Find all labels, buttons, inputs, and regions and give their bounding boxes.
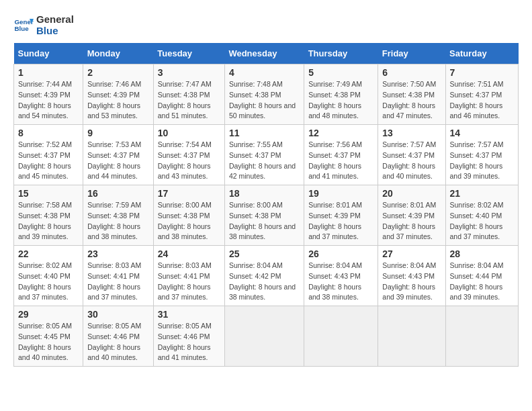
col-header-thursday: Thursday	[304, 43, 378, 64]
day-info: Sunrise: 7:55 AMSunset: 4:37 PMDaylight:…	[229, 140, 300, 182]
calendar-cell: 1Sunrise: 7:44 AMSunset: 4:39 PMDaylight…	[14, 64, 83, 125]
day-number: 23	[87, 248, 149, 259]
calendar-cell: 31Sunrise: 8:05 AMSunset: 4:46 PMDayligh…	[153, 306, 224, 367]
day-info: Sunrise: 8:02 AMSunset: 4:40 PMDaylight:…	[18, 261, 79, 303]
calendar-cell	[445, 306, 519, 367]
logo: General Blue General Blue	[13, 13, 74, 36]
calendar-cell: 6Sunrise: 7:50 AMSunset: 4:38 PMDaylight…	[378, 64, 445, 125]
calendar-cell: 26Sunrise: 8:04 AMSunset: 4:43 PMDayligh…	[304, 246, 378, 306]
day-info: Sunrise: 8:01 AMSunset: 4:39 PMDaylight:…	[308, 200, 373, 242]
day-info: Sunrise: 7:57 AMSunset: 4:37 PMDaylight:…	[382, 140, 441, 182]
day-info: Sunrise: 8:04 AMSunset: 4:44 PMDaylight:…	[450, 261, 515, 303]
col-header-wednesday: Wednesday	[224, 43, 304, 64]
day-number: 4	[229, 67, 300, 78]
calendar-cell: 28Sunrise: 8:04 AMSunset: 4:44 PMDayligh…	[445, 246, 519, 306]
day-number: 29	[18, 309, 79, 320]
logo-line2: Blue	[36, 25, 74, 36]
col-header-monday: Monday	[83, 43, 154, 64]
day-number: 17	[158, 188, 220, 199]
col-header-saturday: Saturday	[445, 43, 519, 64]
calendar-cell	[378, 306, 445, 367]
day-info: Sunrise: 7:58 AMSunset: 4:38 PMDaylight:…	[18, 200, 79, 242]
calendar-cell: 21Sunrise: 8:02 AMSunset: 4:40 PMDayligh…	[445, 185, 519, 246]
calendar-cell	[304, 306, 378, 367]
calendar-cell: 12Sunrise: 7:56 AMSunset: 4:37 PMDayligh…	[304, 125, 378, 185]
day-number: 15	[18, 188, 79, 199]
logo-line1: General	[36, 13, 74, 25]
day-number: 11	[229, 128, 300, 138]
day-number: 26	[308, 248, 373, 259]
day-number: 18	[229, 188, 300, 199]
calendar-cell: 30Sunrise: 8:05 AMSunset: 4:46 PMDayligh…	[83, 306, 154, 367]
day-info: Sunrise: 8:04 AMSunset: 4:43 PMDaylight:…	[382, 261, 441, 303]
day-info: Sunrise: 7:56 AMSunset: 4:37 PMDaylight:…	[308, 140, 373, 182]
day-info: Sunrise: 8:04 AMSunset: 4:42 PMDaylight:…	[229, 261, 300, 303]
day-number: 25	[229, 248, 300, 259]
day-number: 8	[18, 128, 79, 138]
day-info: Sunrise: 7:44 AMSunset: 4:39 PMDaylight:…	[18, 79, 79, 122]
day-number: 10	[158, 128, 220, 138]
col-header-friday: Friday	[378, 43, 445, 64]
day-info: Sunrise: 7:54 AMSunset: 4:37 PMDaylight:…	[158, 140, 220, 182]
week-row-3: 15Sunrise: 7:58 AMSunset: 4:38 PMDayligh…	[14, 185, 519, 246]
day-number: 22	[18, 248, 79, 259]
calendar-cell: 8Sunrise: 7:52 AMSunset: 4:37 PMDaylight…	[14, 125, 83, 185]
calendar-cell: 17Sunrise: 8:00 AMSunset: 4:38 PMDayligh…	[153, 185, 224, 246]
day-number: 27	[382, 248, 441, 259]
week-row-1: 1Sunrise: 7:44 AMSunset: 4:39 PMDaylight…	[14, 64, 519, 125]
calendar-cell: 10Sunrise: 7:54 AMSunset: 4:37 PMDayligh…	[153, 125, 224, 185]
calendar-cell: 4Sunrise: 7:48 AMSunset: 4:38 PMDaylight…	[224, 64, 304, 125]
day-number: 3	[158, 67, 220, 78]
calendar-cell: 22Sunrise: 8:02 AMSunset: 4:40 PMDayligh…	[14, 246, 83, 306]
calendar-cell: 24Sunrise: 8:03 AMSunset: 4:41 PMDayligh…	[153, 246, 224, 306]
calendar-cell: 11Sunrise: 7:55 AMSunset: 4:37 PMDayligh…	[224, 125, 304, 185]
day-number: 21	[450, 188, 515, 199]
day-info: Sunrise: 7:50 AMSunset: 4:38 PMDaylight:…	[382, 79, 441, 122]
day-number: 16	[87, 188, 149, 199]
calendar-cell: 7Sunrise: 7:51 AMSunset: 4:37 PMDaylight…	[445, 64, 519, 125]
day-info: Sunrise: 8:00 AMSunset: 4:38 PMDaylight:…	[158, 200, 220, 242]
day-info: Sunrise: 8:03 AMSunset: 4:41 PMDaylight:…	[158, 261, 220, 303]
calendar-cell: 23Sunrise: 8:03 AMSunset: 4:41 PMDayligh…	[83, 246, 154, 306]
day-number: 7	[450, 67, 515, 78]
logo-icon: General Blue	[13, 15, 34, 35]
day-number: 30	[87, 309, 149, 320]
day-number: 31	[158, 309, 220, 320]
calendar-cell	[224, 306, 304, 367]
day-info: Sunrise: 8:00 AMSunset: 4:38 PMDaylight:…	[229, 200, 300, 242]
calendar-cell: 2Sunrise: 7:46 AMSunset: 4:39 PMDaylight…	[83, 64, 154, 125]
day-number: 1	[18, 67, 79, 78]
day-info: Sunrise: 7:46 AMSunset: 4:39 PMDaylight:…	[87, 79, 149, 122]
day-number: 20	[382, 188, 441, 199]
calendar-cell: 29Sunrise: 8:05 AMSunset: 4:45 PMDayligh…	[14, 306, 83, 367]
day-number: 9	[87, 128, 149, 138]
calendar-cell: 19Sunrise: 8:01 AMSunset: 4:39 PMDayligh…	[304, 185, 378, 246]
calendar-table: SundayMondayTuesdayWednesdayThursdayFrid…	[13, 43, 519, 367]
day-info: Sunrise: 8:02 AMSunset: 4:40 PMDaylight:…	[450, 200, 515, 242]
svg-text:Blue: Blue	[15, 25, 30, 32]
day-info: Sunrise: 8:05 AMSunset: 4:46 PMDaylight:…	[158, 321, 220, 363]
day-number: 24	[158, 248, 220, 259]
week-row-5: 29Sunrise: 8:05 AMSunset: 4:45 PMDayligh…	[14, 306, 519, 367]
day-info: Sunrise: 7:53 AMSunset: 4:37 PMDaylight:…	[87, 140, 149, 182]
col-header-sunday: Sunday	[14, 43, 83, 64]
calendar-cell: 16Sunrise: 7:59 AMSunset: 4:38 PMDayligh…	[83, 185, 154, 246]
calendar-cell: 14Sunrise: 7:57 AMSunset: 4:37 PMDayligh…	[445, 125, 519, 185]
day-number: 6	[382, 67, 441, 78]
calendar-cell: 18Sunrise: 8:00 AMSunset: 4:38 PMDayligh…	[224, 185, 304, 246]
day-number: 13	[382, 128, 441, 138]
week-row-4: 22Sunrise: 8:02 AMSunset: 4:40 PMDayligh…	[14, 246, 519, 306]
day-info: Sunrise: 7:48 AMSunset: 4:38 PMDaylight:…	[229, 79, 300, 122]
day-info: Sunrise: 8:05 AMSunset: 4:45 PMDaylight:…	[18, 321, 79, 363]
day-number: 2	[87, 67, 149, 78]
day-number: 19	[308, 188, 373, 199]
day-number: 14	[450, 128, 515, 138]
day-info: Sunrise: 7:57 AMSunset: 4:37 PMDaylight:…	[450, 140, 515, 182]
calendar-cell: 15Sunrise: 7:58 AMSunset: 4:38 PMDayligh…	[14, 185, 83, 246]
day-info: Sunrise: 7:52 AMSunset: 4:37 PMDaylight:…	[18, 140, 79, 182]
header: General Blue General Blue	[13, 13, 519, 36]
day-number: 12	[308, 128, 373, 138]
calendar-cell: 27Sunrise: 8:04 AMSunset: 4:43 PMDayligh…	[378, 246, 445, 306]
calendar-cell: 9Sunrise: 7:53 AMSunset: 4:37 PMDaylight…	[83, 125, 154, 185]
week-row-2: 8Sunrise: 7:52 AMSunset: 4:37 PMDaylight…	[14, 125, 519, 185]
